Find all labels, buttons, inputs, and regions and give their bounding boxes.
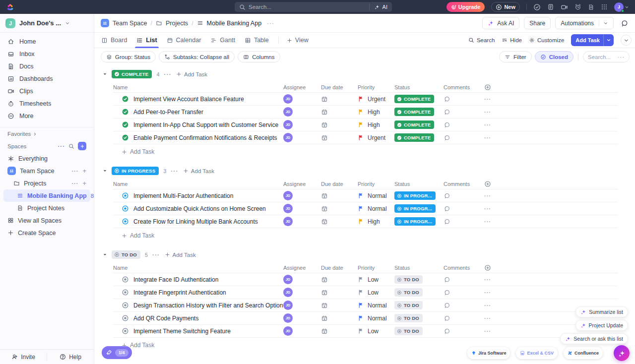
doc-icon[interactable] bbox=[588, 4, 594, 10]
task-row[interactable]: Create Flow for Linking Multiple Bank Ac… bbox=[113, 215, 618, 228]
status-badge[interactable]: TO DO bbox=[394, 275, 423, 284]
search-ask-list-button[interactable]: Search or ask this list bbox=[560, 333, 628, 344]
add-icon[interactable]: + bbox=[82, 167, 86, 175]
status-cell[interactable]: TO DO bbox=[394, 301, 444, 310]
task-status-icon[interactable] bbox=[122, 95, 129, 103]
due-date-cell[interactable] bbox=[321, 96, 358, 103]
due-date-cell[interactable] bbox=[321, 328, 358, 335]
confluence-button[interactable]: Confluence bbox=[564, 347, 603, 359]
task-name[interactable]: Create Flow for Linking Multiple Bank Ac… bbox=[133, 218, 258, 225]
priority-cell[interactable]: Low bbox=[358, 328, 394, 335]
tab-add-view[interactable]: View bbox=[287, 33, 309, 48]
closed-pill[interactable]: Closed bbox=[535, 51, 573, 62]
task-row[interactable]: Design Transaction History with Filter a… bbox=[113, 299, 618, 312]
sidebar-tree-project-notes[interactable]: Project Notes bbox=[3, 202, 90, 214]
sidebar-tree-projects[interactable]: Projects···+ bbox=[3, 177, 90, 189]
breadcrumb-team-space[interactable]: Team Space bbox=[113, 20, 147, 27]
status-badge[interactable]: TO DO bbox=[394, 288, 423, 297]
due-date-cell[interactable] bbox=[321, 134, 358, 141]
tab-table[interactable]: Table bbox=[245, 33, 269, 48]
video-icon[interactable] bbox=[561, 3, 568, 11]
comments-cell[interactable] bbox=[444, 192, 484, 199]
comments-cell[interactable] bbox=[444, 328, 484, 335]
task-more-icon[interactable]: ··· bbox=[484, 109, 618, 115]
task-row[interactable]: Integrate Face ID AuthenticationJDLowTO … bbox=[113, 273, 618, 286]
priority-cell[interactable]: High bbox=[358, 218, 394, 225]
comments-cell[interactable] bbox=[444, 289, 484, 296]
sidebar-tree-mobile-banking-app[interactable]: Mobile Banking App8 bbox=[3, 189, 90, 202]
column-header-comments[interactable]: Comments bbox=[444, 84, 484, 90]
sidebar-item-docs[interactable]: Docs bbox=[3, 60, 90, 72]
priority-cell[interactable]: Normal bbox=[358, 315, 394, 322]
group-add-task-button[interactable]: Add Task bbox=[165, 252, 196, 258]
summarize-list-button[interactable]: Summarize list bbox=[575, 306, 628, 317]
tab-calendar[interactable]: Calendar bbox=[167, 33, 201, 48]
more-icon[interactable]: ··· bbox=[71, 168, 78, 174]
priority-cell[interactable]: Urgent bbox=[358, 96, 394, 103]
filter-pill[interactable]: Filter bbox=[499, 51, 532, 62]
task-more-icon[interactable]: ··· bbox=[484, 96, 618, 102]
new-button[interactable]: New bbox=[491, 2, 520, 12]
sidebar-item-timesheets[interactable]: Timesheets bbox=[3, 97, 90, 110]
hide-button[interactable]: Hide bbox=[502, 37, 522, 43]
upgrade-button[interactable]: Upgrade bbox=[446, 2, 485, 12]
task-status-icon[interactable] bbox=[122, 289, 129, 296]
status-cell[interactable]: COMPLETE bbox=[394, 108, 444, 117]
task-name[interactable]: Add Customizable Quick Actions on Home S… bbox=[133, 205, 266, 212]
priority-cell[interactable]: Low bbox=[358, 276, 394, 283]
status-cell[interactable]: COMPLETE bbox=[394, 95, 444, 104]
assignee-avatar[interactable]: JD bbox=[283, 133, 293, 142]
assignee-avatar[interactable]: JD bbox=[283, 301, 293, 310]
alarm-clock-icon[interactable] bbox=[574, 3, 581, 10]
column-header-name[interactable]: Name bbox=[113, 84, 283, 90]
due-date-cell[interactable] bbox=[321, 218, 358, 225]
priority-cell[interactable]: Normal bbox=[358, 205, 394, 212]
customize-button[interactable]: Customize bbox=[529, 37, 564, 43]
due-date-cell[interactable] bbox=[321, 121, 358, 128]
priority-cell[interactable]: High bbox=[358, 121, 394, 128]
jira-software-button[interactable]: Jira Software bbox=[467, 347, 510, 359]
group-collapse-icon[interactable] bbox=[103, 72, 107, 76]
more-icon[interactable]: ··· bbox=[71, 181, 78, 186]
status-cell[interactable]: TO DO bbox=[394, 288, 444, 297]
assignee-cell[interactable]: JD bbox=[283, 120, 321, 129]
status-badge[interactable]: IN PROGR... bbox=[394, 191, 436, 200]
status-cell[interactable]: TO DO bbox=[394, 275, 444, 284]
status-cell[interactable]: IN PROGR... bbox=[394, 217, 444, 226]
column-header-status[interactable]: Status bbox=[394, 181, 444, 187]
group-status-pill[interactable]: TO DO bbox=[112, 250, 140, 259]
column-header-assignee[interactable]: Assignee bbox=[283, 181, 321, 187]
column-header-priority[interactable]: Priority bbox=[358, 181, 394, 187]
assignee-avatar[interactable]: JD bbox=[283, 313, 293, 323]
assignee-cell[interactable]: JD bbox=[283, 301, 321, 310]
column-header-name[interactable]: Name bbox=[113, 181, 283, 187]
workspace-switcher[interactable]: J John Doe's ... bbox=[0, 14, 94, 33]
breadcrumb-projects[interactable]: Projects bbox=[166, 20, 188, 27]
column-header-comments[interactable]: Comments bbox=[444, 181, 484, 187]
status-badge[interactable]: COMPLETE bbox=[394, 121, 434, 129]
task-row[interactable]: Enable Payment Confirmation Notification… bbox=[113, 131, 618, 144]
task-more-icon[interactable]: ··· bbox=[484, 277, 618, 283]
sidebar-tree-team-space[interactable]: Team Space···+ bbox=[3, 165, 90, 177]
column-header-status[interactable]: Status bbox=[394, 84, 444, 90]
task-status-icon[interactable] bbox=[122, 134, 129, 141]
status-cell[interactable]: COMPLETE bbox=[394, 133, 444, 142]
task-row[interactable]: Add Customizable Quick Actions on Home S… bbox=[113, 202, 618, 215]
task-more-icon[interactable]: ··· bbox=[484, 135, 618, 141]
task-name[interactable]: Add Peer-to-Peer Transfer bbox=[133, 109, 203, 116]
column-header-comments[interactable]: Comments bbox=[444, 265, 484, 271]
comments-cell[interactable] bbox=[444, 302, 484, 309]
add-column-icon[interactable] bbox=[484, 84, 618, 91]
spaces-more-icon[interactable]: ··· bbox=[58, 143, 65, 149]
status-badge[interactable]: TO DO bbox=[394, 314, 423, 322]
spaces-search-icon[interactable] bbox=[68, 143, 74, 149]
status-cell[interactable]: IN PROGR... bbox=[394, 191, 444, 200]
add-column-icon[interactable] bbox=[484, 181, 618, 187]
add-task-button[interactable]: Add Task bbox=[571, 34, 614, 46]
assignee-cell[interactable]: JD bbox=[283, 191, 321, 200]
assignee-avatar[interactable]: JD bbox=[283, 288, 293, 297]
status-cell[interactable]: COMPLETE bbox=[394, 121, 444, 129]
tab-gantt[interactable]: Gantt bbox=[210, 33, 235, 48]
subtasks-pill[interactable]: Subtasks: Collapse all bbox=[159, 51, 235, 62]
comments-cell[interactable] bbox=[444, 205, 484, 212]
